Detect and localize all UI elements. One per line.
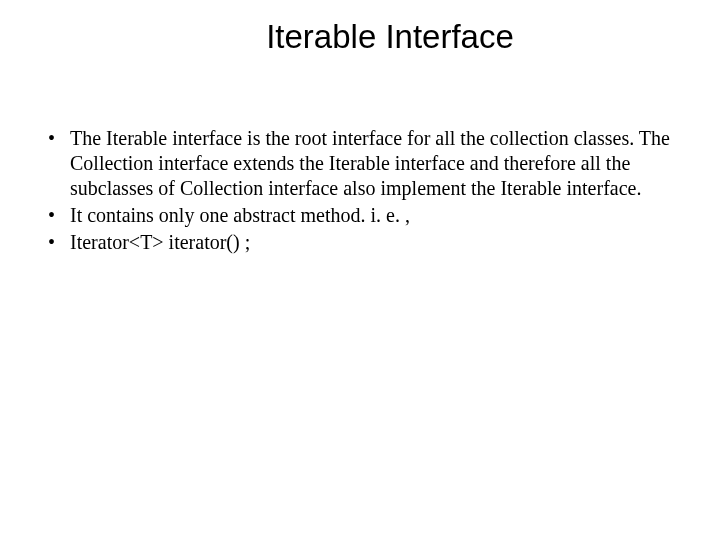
list-item: It contains only one abstract method. i.… (40, 203, 690, 228)
slide-title: Iterable Interface (90, 18, 690, 56)
slide-content: The Iterable interface is the root inter… (30, 126, 690, 255)
list-item: The Iterable interface is the root inter… (40, 126, 690, 201)
list-item: Iterator<T> iterator() ; (40, 230, 690, 255)
slide-container: Iterable Interface The Iterable interfac… (0, 0, 720, 540)
bullet-list: The Iterable interface is the root inter… (40, 126, 690, 255)
